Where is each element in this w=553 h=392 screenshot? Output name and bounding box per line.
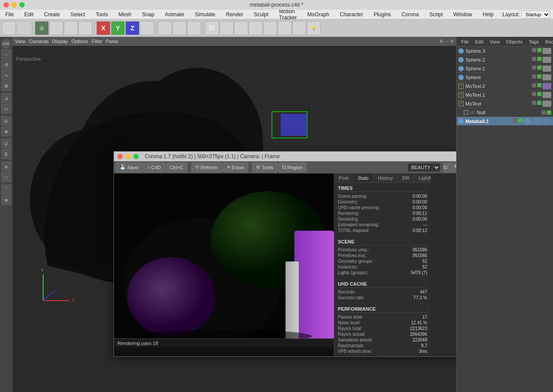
c4d-logo-btn[interactable]: C4D: [1, 39, 11, 48]
vis-dots: ⋯: [532, 74, 536, 79]
tab-history[interactable]: History: [374, 174, 398, 182]
deform-tool[interactable]: 〜: [234, 21, 248, 35]
options-menu[interactable]: Options: [71, 39, 88, 44]
menu-character[interactable]: Character: [338, 11, 365, 18]
menu-mograph[interactable]: MoGraph: [305, 11, 331, 18]
menu-snap[interactable]: Snap: [140, 11, 156, 18]
tab-file[interactable]: File: [458, 38, 472, 45]
denoising-label: Denoising:: [338, 217, 359, 221]
tab-edit[interactable]: Edit: [472, 38, 486, 45]
menu-plugins[interactable]: Plugins: [372, 11, 392, 18]
display-menu[interactable]: Display: [52, 39, 68, 44]
object-null[interactable]: L0 Null ⋯ ✓: [457, 108, 553, 117]
y-axis[interactable]: Y: [111, 21, 125, 35]
left-poly-btn[interactable]: ▭: [1, 104, 11, 113]
menu-create[interactable]: Create: [42, 11, 62, 18]
close-button[interactable]: [4, 2, 9, 7]
cube-tool[interactable]: ⬜: [205, 21, 219, 35]
x-axis[interactable]: X: [96, 21, 110, 35]
menu-edit[interactable]: Edit: [22, 11, 35, 18]
menu-tools[interactable]: Tools: [94, 11, 110, 18]
object-sphere3[interactable]: Sphere.3 ⋯ ✓: [457, 47, 553, 55]
menu-simulate[interactable]: Simulate: [193, 11, 217, 18]
panel-menu[interactable]: Panel: [106, 39, 118, 44]
menu-file[interactable]: File: [4, 11, 15, 18]
menu-select[interactable]: Select: [69, 11, 87, 18]
c4d-button[interactable]: > C4D: [143, 163, 165, 172]
stats-tabs: Post Stats History DR LightMix: [334, 174, 431, 183]
render-btn[interactable]: 💡: [307, 21, 321, 35]
corona-minimize[interactable]: [125, 154, 131, 159]
left-twist-btn[interactable]: ⊛: [1, 195, 11, 205]
menu-sculpt[interactable]: Sculpt: [252, 11, 270, 18]
light-tool[interactable]: ✦: [278, 21, 292, 35]
tab-post[interactable]: Post: [334, 174, 353, 182]
move-tool[interactable]: ✛: [49, 21, 63, 35]
scale-tool[interactable]: ⤢: [64, 21, 78, 35]
menu-mesh[interactable]: Mesh: [117, 11, 133, 18]
tab-bookmarks[interactable]: Bookmarks: [542, 38, 553, 45]
filter-menu[interactable]: Filter: [92, 39, 102, 44]
spline-tool[interactable]: ∿: [220, 21, 234, 35]
ctrl-c-button[interactable]: Ctrl+C: [166, 163, 187, 172]
play-back[interactable]: ▭▭▭: [172, 21, 187, 35]
object-sphere[interactable]: Sphere ⋯ ✓: [457, 73, 553, 82]
scene-tool[interactable]: ⊙: [292, 21, 306, 35]
menu-script[interactable]: Script: [428, 11, 445, 18]
z-axis[interactable]: Z: [125, 21, 139, 35]
corona-close[interactable]: [117, 154, 123, 159]
left-snap-btn[interactable]: □: [1, 172, 11, 182]
zoom-out[interactable]: 🔍: [454, 163, 456, 172]
left-rotate-btn[interactable]: ↺: [1, 60, 11, 69]
array-tool[interactable]: ⊞: [249, 21, 263, 35]
refresh-button[interactable]: ↻Refresh: [191, 163, 222, 172]
menu-animate[interactable]: Animate: [163, 11, 186, 18]
tab-stats[interactable]: Stats: [353, 174, 374, 182]
left-magnet-btn[interactable]: U: [1, 139, 11, 149]
menu-render[interactable]: Render: [224, 11, 245, 18]
tools-button[interactable]: ⚙Tools: [252, 163, 277, 172]
left-scale-btn[interactable]: ⤡: [1, 70, 11, 80]
undo-button[interactable]: ↩: [2, 21, 16, 35]
rotate-tool[interactable]: ↻: [78, 21, 92, 35]
tab-dr[interactable]: DR: [398, 174, 414, 182]
camera-tool[interactable]: ▷: [263, 21, 277, 35]
layout-dropdown[interactable]: Startup: [521, 11, 550, 18]
erase-button[interactable]: ✕Erase: [223, 163, 249, 172]
left-select-btn[interactable]: ⊞: [1, 81, 11, 91]
tab-lightmix[interactable]: LightMix: [414, 174, 431, 182]
tab-objects[interactable]: Objects: [503, 38, 525, 45]
menu-help[interactable]: Help: [481, 11, 495, 18]
object-sphere2[interactable]: Sphere.2 ⋯ ✓: [457, 55, 553, 64]
object-motext[interactable]: T MoText ⋯ ✓: [457, 99, 553, 108]
beauty-dropdown[interactable]: BEAUTY: [407, 163, 440, 172]
play-forward[interactable]: ▭▭▭: [187, 21, 201, 35]
region-button[interactable]: ⊡Region: [278, 163, 307, 172]
tab-tags[interactable]: Tags: [526, 38, 542, 45]
object-sphere1[interactable]: Sphere.1 ⋯ ✓: [457, 64, 553, 73]
tab-view[interactable]: View: [487, 38, 503, 45]
cameras-menu[interactable]: Cameras: [29, 39, 49, 44]
menu-corona[interactable]: Corona: [400, 11, 421, 18]
object-motext1[interactable]: T MoText.1 ⋯ ✓: [457, 91, 553, 99]
object-motext2[interactable]: T MoText.2 ⋯ ✓: [457, 82, 553, 91]
menu-window[interactable]: Window: [452, 11, 474, 18]
left-sym-btn[interactable]: ⊘: [1, 162, 11, 171]
left-move-btn[interactable]: ↔: [1, 49, 11, 59]
left-knife-btn[interactable]: ⊿: [1, 93, 11, 103]
minimize-button[interactable]: [11, 2, 17, 7]
left-mirror-btn[interactable]: S: [1, 149, 11, 159]
left-paint-btn[interactable]: ◎: [1, 116, 11, 126]
all-axis[interactable]: ↗: [140, 21, 154, 35]
zoom-fit[interactable]: ⊡: [443, 163, 453, 172]
save-button[interactable]: 💾Save: [116, 163, 142, 172]
redo-button[interactable]: ↩: [17, 21, 31, 35]
corona-maximize[interactable]: [133, 154, 139, 159]
select-tool[interactable]: ⊕: [35, 21, 49, 35]
left-bend-btn[interactable]: ⌒: [1, 185, 11, 194]
view-menu[interactable]: View: [15, 39, 26, 44]
object-metaball1[interactable]: Metaball.1 ⋯ ✓: [457, 117, 553, 126]
left-spiro-btn[interactable]: ⊕: [1, 127, 11, 136]
maximize-button[interactable]: [19, 2, 25, 7]
record-button[interactable]: ▭▭▭: [158, 21, 172, 35]
